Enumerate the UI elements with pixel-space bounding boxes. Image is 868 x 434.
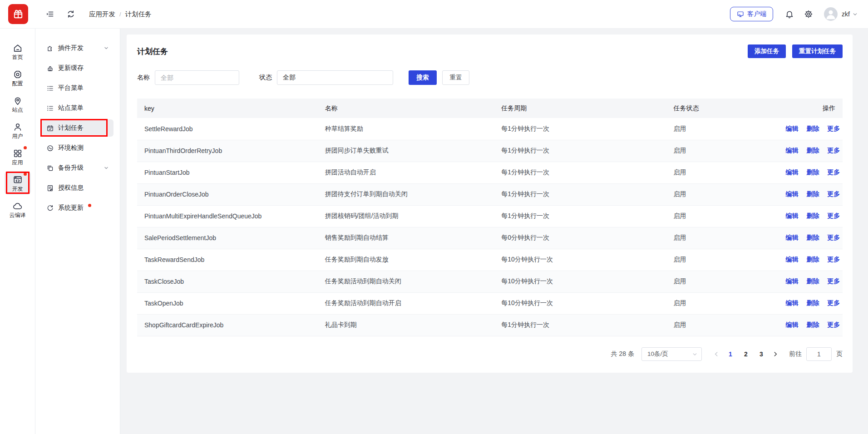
sidebar-item-label: 平台菜单: [58, 84, 84, 92]
delete-link[interactable]: 删除: [806, 277, 819, 285]
rail-item-home[interactable]: 首页: [5, 39, 31, 63]
bell-icon[interactable]: [785, 10, 794, 19]
more-link[interactable]: 更多: [827, 277, 840, 285]
rail-item-cloud[interactable]: 云编译: [5, 197, 31, 221]
more-link[interactable]: 更多: [827, 321, 840, 328]
next-page-icon[interactable]: [769, 348, 782, 360]
sidebar-item-plugin[interactable]: 插件开发: [42, 39, 113, 57]
notification-dot: [24, 146, 27, 149]
sidebar-item-sync[interactable]: 系统更新: [42, 199, 113, 217]
cell-actions: 编辑 删除 更多: [772, 292, 843, 314]
sidebar-item-copy[interactable]: 备份升级: [42, 159, 113, 177]
edit-link[interactable]: 编辑: [786, 321, 799, 328]
rail-item-settings[interactable]: 配置: [5, 66, 31, 89]
name-filter-input[interactable]: [155, 70, 239, 85]
sidebar-item-label: 系统更新: [58, 204, 84, 212]
rail-item-user[interactable]: 用户: [5, 118, 31, 142]
sidebar-item-license[interactable]: 授权信息: [42, 179, 113, 197]
edit-link[interactable]: 编辑: [786, 147, 799, 154]
search-button[interactable]: 搜索: [409, 70, 437, 85]
name-filter-label: 名称: [137, 74, 150, 82]
cell-actions: 编辑 删除 更多: [772, 227, 843, 249]
cell-name: 礼品卡到期: [318, 314, 494, 336]
sidebar-item-label: 插件开发: [58, 44, 84, 52]
cell-name: 任务奖励到期自动发放: [318, 249, 494, 271]
sidebar-item-calendar-check[interactable]: 计划任务: [42, 119, 113, 137]
sidebar-item-monitor-wave[interactable]: 环境检测: [42, 139, 113, 157]
copy-icon: [46, 164, 54, 172]
total-count: 共 28 条: [611, 350, 634, 358]
edit-link[interactable]: 编辑: [786, 299, 799, 306]
more-link[interactable]: 更多: [827, 299, 840, 306]
delete-link[interactable]: 删除: [806, 212, 819, 219]
cell-status: 启用: [666, 292, 772, 314]
more-link[interactable]: 更多: [827, 256, 840, 263]
edit-link[interactable]: 编辑: [786, 125, 799, 132]
status-filter-select[interactable]: [277, 70, 393, 85]
username[interactable]: zkf: [842, 10, 850, 18]
cell-status: 启用: [666, 271, 772, 292]
page-number-2[interactable]: 2: [739, 348, 753, 360]
sidebar-item-broom[interactable]: 更新缓存: [42, 59, 113, 77]
cell-status: 启用: [666, 314, 772, 336]
more-link[interactable]: 更多: [827, 190, 840, 197]
edit-link[interactable]: 编辑: [786, 190, 799, 197]
notification-dot: [88, 204, 91, 207]
page-unit-label: 页: [836, 350, 843, 358]
delete-link[interactable]: 删除: [806, 321, 819, 328]
cell-actions: 编辑 删除 更多: [772, 314, 843, 336]
delete-link[interactable]: 删除: [806, 234, 819, 241]
refresh-icon[interactable]: [66, 10, 75, 19]
edit-link[interactable]: 编辑: [786, 234, 799, 241]
gear-icon[interactable]: [804, 10, 813, 19]
app-logo[interactable]: [8, 4, 28, 24]
prev-page-icon[interactable]: [710, 348, 723, 360]
more-link[interactable]: 更多: [827, 234, 840, 241]
reset-scheduled-tasks-button[interactable]: 重置计划任务: [792, 44, 843, 58]
menu-collapse-icon[interactable]: [45, 10, 54, 19]
sidebar-item-menu-list2[interactable]: 站点菜单: [42, 99, 113, 117]
table-header-row: key 名称 任务周期 任务状态 操作: [137, 99, 843, 118]
more-link[interactable]: 更多: [827, 168, 840, 176]
delete-link[interactable]: 删除: [806, 299, 819, 306]
more-link[interactable]: 更多: [827, 147, 840, 154]
sidebar-item-menu-list[interactable]: 平台菜单: [42, 79, 113, 97]
cell-key: ShopGiftcardCardExpireJob: [137, 314, 318, 336]
page-size-value: 10条/页: [647, 350, 668, 358]
page-number-1[interactable]: 1: [724, 348, 737, 360]
cell-actions: 编辑 删除 更多: [772, 249, 843, 271]
page-size-select[interactable]: 10条/页: [641, 347, 702, 361]
add-task-button[interactable]: 添加任务: [748, 44, 786, 58]
edit-link[interactable]: 编辑: [786, 212, 799, 219]
client-button[interactable]: 客户端: [730, 7, 773, 21]
edit-link[interactable]: 编辑: [786, 256, 799, 263]
edit-link[interactable]: 编辑: [786, 168, 799, 176]
cell-status: 启用: [666, 118, 772, 140]
cell-status: 启用: [666, 162, 772, 183]
delete-link[interactable]: 删除: [806, 125, 819, 132]
page-title: 计划任务: [137, 46, 168, 57]
page-number-3[interactable]: 3: [755, 348, 768, 360]
rail-item-apps[interactable]: 应用: [5, 145, 31, 168]
cell-key: SalePeriodSettlementJob: [137, 227, 318, 249]
reset-filter-button[interactable]: 重置: [442, 70, 469, 85]
sidebar-item-label: 备份升级: [58, 164, 84, 172]
delete-link[interactable]: 删除: [806, 256, 819, 263]
table-row: TaskRewardSendJob 任务奖励到期自动发放 每10分钟执行一次 启…: [137, 249, 843, 271]
table-row: TaskCloseJob 任务奖励活动到期自动关闭 每10分钟执行一次 启用 编…: [137, 271, 843, 292]
chevron-down-icon[interactable]: [852, 11, 858, 17]
goto-page-input[interactable]: [806, 347, 832, 361]
rail-item-site[interactable]: 站点: [5, 92, 31, 116]
edit-link[interactable]: 编辑: [786, 277, 799, 285]
delete-link[interactable]: 删除: [806, 147, 819, 154]
cell-name: 拼团核销码/团组/活动到期: [318, 205, 494, 227]
rail-item-dev[interactable]: 开发: [5, 171, 31, 195]
cell-cycle: 每1分钟执行一次: [494, 162, 666, 183]
more-link[interactable]: 更多: [827, 212, 840, 219]
cell-name: 种草结算奖励: [318, 118, 494, 140]
avatar[interactable]: [824, 7, 838, 21]
breadcrumb-parent[interactable]: 应用开发: [89, 10, 115, 19]
delete-link[interactable]: 删除: [806, 168, 819, 176]
delete-link[interactable]: 删除: [806, 190, 819, 197]
more-link[interactable]: 更多: [827, 125, 840, 132]
